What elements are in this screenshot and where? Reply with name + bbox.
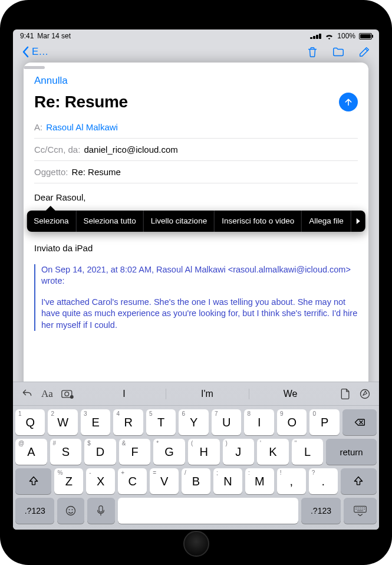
cc-field[interactable]: Cc/Ccn, da: daniel_rico@icloud.com [34, 139, 358, 161]
menu-select[interactable]: Seleziona [27, 211, 76, 232]
key-alt-label: $ [87, 440, 91, 446]
key-main-label: L [304, 445, 311, 459]
subject-field[interactable]: Oggetto: Re: Resume [34, 161, 358, 183]
key-u[interactable]: 7U [212, 409, 242, 435]
key-z[interactable]: %Z [54, 468, 83, 494]
key-c[interactable]: +C [118, 468, 147, 494]
send-button[interactable] [339, 93, 358, 111]
key-g[interactable]: *G [153, 439, 185, 465]
document-icon[interactable] [340, 388, 351, 400]
key-main-label: H [199, 445, 207, 459]
key-alt-label: 3 [84, 410, 87, 417]
undo-icon[interactable] [21, 388, 33, 400]
key-y[interactable]: 6Y [179, 409, 209, 435]
key-q[interactable]: 1Q [15, 409, 45, 435]
wifi-icon [325, 33, 334, 40]
trash-icon[interactable] [306, 45, 319, 58]
key-alt-label: 4 [116, 410, 120, 417]
return-key[interactable]: return [326, 439, 377, 465]
dictation-key[interactable] [87, 498, 114, 524]
key-alt-label: % [57, 469, 62, 476]
key-alt-label: - [89, 469, 91, 476]
key-t[interactable]: 5T [146, 409, 176, 435]
back-label[interactable]: E… [32, 46, 48, 58]
key-o[interactable]: 9O [277, 409, 307, 435]
home-button[interactable] [183, 531, 209, 557]
key-m[interactable]: :M [245, 468, 274, 494]
quoted-block: On Sep 14, 2021, at 8:02 AM, Rasoul Al M… [34, 264, 358, 331]
key-f[interactable]: &F [119, 439, 151, 465]
cc-label: Cc/Ccn, da: [34, 144, 80, 155]
back-chevron-icon[interactable] [21, 46, 29, 58]
menu-attach-file[interactable]: Allega file [302, 211, 351, 232]
key-main-label: K [269, 445, 276, 459]
key-main-label: , [290, 475, 294, 488]
signature-text: Inviato da iPad [34, 242, 358, 254]
suggestion-3[interactable]: We [249, 384, 332, 404]
key-main-label: B [192, 475, 200, 488]
key-main-label: . [321, 475, 325, 488]
key-b[interactable]: /B [182, 468, 210, 494]
menu-select-all[interactable]: Seleziona tutto [77, 211, 144, 232]
key-alt-label: * [156, 440, 159, 446]
key-main-label: A [27, 445, 35, 459]
keyboard-hide-icon [353, 505, 367, 517]
numbers-key-left[interactable]: .?123 [15, 498, 54, 524]
key-l[interactable]: "L [292, 439, 324, 465]
status-bar: 9:41 Mar 14 set 100% [13, 29, 379, 41]
shift-key-right[interactable] [341, 468, 377, 494]
microphone-icon [96, 505, 106, 517]
key-alt-label: 5 [149, 410, 153, 417]
key-p[interactable]: 0P [309, 409, 340, 435]
keyboard: Aa I I'm We 1Q2W3E4R5T6Y7U8I9O0P @A#S$D&… [13, 382, 379, 530]
key-alt-label: # [53, 440, 57, 446]
svg-point-7 [72, 509, 73, 510]
hide-keyboard-key[interactable] [344, 498, 377, 524]
key-x[interactable]: -X [86, 468, 115, 494]
key-alt-label: 0 [312, 410, 316, 417]
key-a[interactable]: @A [15, 439, 47, 465]
to-field[interactable]: A: Rasoul Al Malkawi [34, 116, 358, 139]
key-e[interactable]: 3E [81, 409, 111, 435]
key-r[interactable]: 4R [113, 409, 143, 435]
triangle-right-icon [356, 218, 361, 225]
key-alt-label: " [295, 440, 297, 446]
subject-label: Oggetto: [34, 167, 68, 177]
svg-point-4 [361, 389, 370, 398]
status-time: 9:41 [20, 32, 34, 40]
key-punct[interactable]: ?. [309, 468, 338, 494]
menu-insert-media[interactable]: Inserisci foto o video [215, 211, 302, 232]
shift-key[interactable] [15, 468, 51, 494]
suggestion-1[interactable]: I [83, 384, 166, 404]
key-v[interactable]: =V [150, 468, 179, 494]
scan-text-icon[interactable] [61, 389, 74, 399]
key-w[interactable]: 2W [48, 409, 78, 435]
key-alt-label: 2 [51, 410, 54, 417]
key-n[interactable]: ;N [213, 468, 242, 494]
menu-quote-level[interactable]: Livello citazione [144, 211, 215, 232]
key-s[interactable]: #S [50, 439, 82, 465]
text-format-icon[interactable]: Aa [41, 388, 53, 400]
menu-more[interactable] [351, 211, 365, 232]
suggestion-2[interactable]: I'm [166, 384, 249, 404]
cancel-button[interactable]: Annulla [34, 75, 68, 86]
key-h[interactable]: (H [188, 439, 220, 465]
markup-icon[interactable] [359, 388, 371, 400]
key-punct[interactable]: !, [277, 468, 306, 494]
space-key[interactable] [118, 498, 299, 524]
key-main-label: Z [65, 475, 73, 488]
key-i[interactable]: 8I [244, 409, 274, 435]
folder-icon[interactable] [332, 45, 345, 58]
key-d[interactable]: $D [84, 439, 116, 465]
key-main-label: R [124, 416, 132, 429]
key-k[interactable]: 'K [257, 439, 289, 465]
to-value[interactable]: Rasoul Al Malkawi [46, 122, 118, 132]
backspace-key[interactable] [342, 409, 377, 435]
emoji-key[interactable] [57, 498, 84, 524]
key-alt-label: / [185, 469, 186, 476]
compose-icon[interactable] [358, 45, 371, 58]
battery-percent: 100% [337, 32, 355, 40]
key-j[interactable]: )J [223, 439, 255, 465]
numbers-key-right[interactable]: .?123 [301, 498, 340, 524]
shift-icon [353, 475, 364, 487]
